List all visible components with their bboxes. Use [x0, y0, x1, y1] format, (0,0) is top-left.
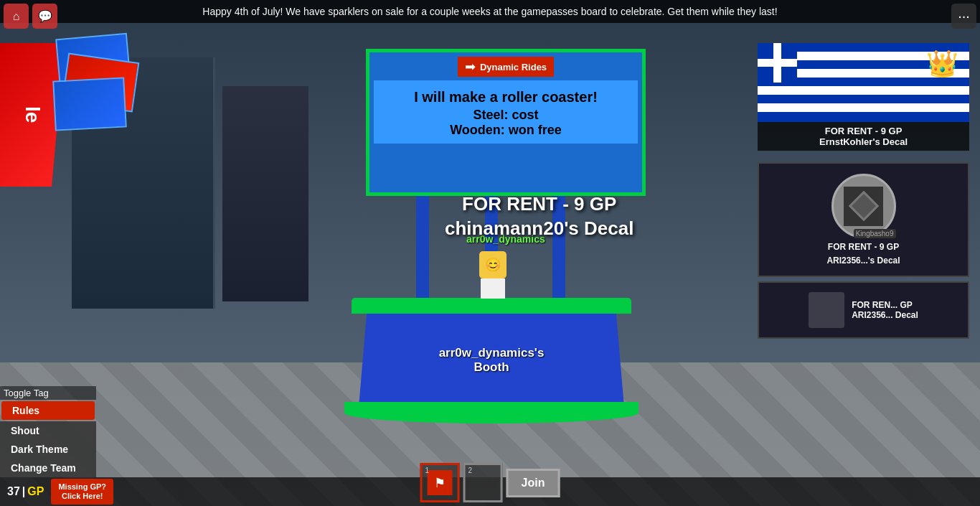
rent-card-1: 👑 FOR RENT - 9 GP ErnstKohler's Decal — [758, 43, 969, 158]
arrow-icon: ➡ — [465, 59, 476, 75]
sign-board: ➡ Dynamic Rides I will make a roller coa… — [366, 49, 646, 196]
missing-gp-button[interactable]: Missing GP? Click Here! — [51, 479, 113, 505]
card-2-username: Kingbasho9 — [854, 229, 896, 238]
desk-top — [352, 298, 631, 314]
sign-logo-container: ➡ Dynamic Rides — [458, 57, 554, 77]
announcement-text: Happy 4th of July! We have sparklers on … — [202, 6, 777, 17]
gp-display: 37 | GP — [0, 485, 51, 498]
card-3-thumb — [809, 292, 844, 328]
announcement-bar: Happy 4th of July! We have sparklers on … — [0, 0, 980, 23]
booth-name-line1: arr0w_dynamics's — [439, 346, 545, 360]
more-menu-button[interactable]: ··· — [951, 4, 976, 29]
rent-card-3-line1: FOR REN... GP — [852, 300, 918, 310]
sign-text-container: I will make a roller coaster! Steel: cos… — [374, 80, 638, 144]
for-rent-line1: FOR RENT - 9 GP — [445, 192, 633, 217]
rent-card-1-text: FOR RENT - 9 GP ErnstKohler's Decal — [758, 122, 969, 151]
desk-body: arr0w_dynamics's Booth — [359, 314, 624, 407]
card-2-icon: Kingbasho9 — [831, 174, 896, 238]
team-slot-1[interactable]: 1 ⚑ — [420, 463, 460, 502]
rent-card-3: FOR REN... GP ARI2356... Decal — [758, 281, 969, 339]
left-banner-text: le — [21, 106, 44, 123]
toggle-tag-label: Toggle Tag — [0, 386, 96, 400]
team-selector: 1 ⚑ 2 Join — [420, 463, 560, 502]
char-body — [481, 278, 505, 299]
roblox-logo-icon — [844, 187, 883, 226]
flag-cross-square — [758, 43, 797, 83]
sign-line2: Steel: cost — [380, 108, 632, 123]
left-menu: Toggle Tag Rules Shout Dark Theme Change… — [0, 386, 96, 477]
rent-card-1-line1: FOR RENT - 9 GP — [761, 126, 966, 136]
chat-button[interactable]: 💬 — [32, 4, 57, 29]
missing-gp-line1: Missing GP? — [58, 482, 106, 491]
decorative-cards — [50, 36, 136, 100]
rent-card-3-line2: ARI2356... Decal — [852, 310, 918, 320]
right-cards-panel: 👑 FOR RENT - 9 GP ErnstKohler's Decal Ki… — [758, 43, 980, 339]
rent-card-1-line2: ErnstKohler's Decal — [761, 136, 966, 147]
home-button[interactable]: ⌂ — [4, 4, 29, 29]
rent-card-2-inner: Kingbasho9 FOR RENT - 9 GP ARI2356...'s … — [758, 162, 969, 277]
slot-1-icon: ⚑ — [428, 470, 453, 495]
rent-card-2-line1: FOR RENT - 9 GP — [828, 242, 899, 252]
char-head: 😊 — [479, 251, 507, 278]
character: 😊 — [479, 251, 507, 299]
gp-label: GP — [27, 485, 44, 498]
slot-2-num: 2 — [468, 467, 473, 474]
slot-1-num: 1 — [425, 467, 430, 474]
rent-card-2: Kingbasho9 FOR RENT - 9 GP ARI2356...'s … — [758, 162, 969, 277]
rent-card-3-text: FOR REN... GP ARI2356... Decal — [852, 300, 918, 320]
team-slot-2[interactable]: 2 — [463, 463, 503, 502]
sign-line3: Wooden: won free — [380, 123, 632, 138]
top-right-menu: ··· — [951, 4, 976, 29]
crown-icon: 👑 — [926, 49, 958, 79]
missing-gp-line2: Click Here! — [62, 492, 103, 500]
rent-card-1-inner: 👑 FOR RENT - 9 GP ErnstKohler's Decal — [758, 43, 969, 158]
gp-amount: 37 — [7, 485, 20, 498]
booth-name-line2: Booth — [473, 360, 509, 375]
game-viewport: le Happy 4th of July! We have sparklers … — [0, 0, 980, 506]
dark-theme-button[interactable]: Dark Theme — [0, 440, 96, 459]
flag-greece: 👑 — [758, 43, 969, 122]
for-rent-text: FOR RENT - 9 GP chinamann20's Decal — [445, 192, 633, 241]
for-rent-line2: chinamann20's Decal — [445, 217, 633, 241]
join-button[interactable]: Join — [507, 469, 560, 497]
rent-card-2-line2: ARI2356...'s Decal — [826, 256, 900, 266]
bg-building-mid — [222, 86, 308, 301]
desk-bottom — [344, 402, 639, 423]
top-left-icons: ⌂ 💬 — [4, 4, 57, 29]
change-team-button[interactable]: Change Team — [0, 459, 96, 477]
sign-logo: Dynamic Rides — [480, 62, 547, 72]
sign-line1: I will make a roller coaster! — [380, 86, 632, 108]
shout-button[interactable]: Shout — [0, 421, 96, 440]
rules-button[interactable]: Rules — [1, 401, 95, 420]
